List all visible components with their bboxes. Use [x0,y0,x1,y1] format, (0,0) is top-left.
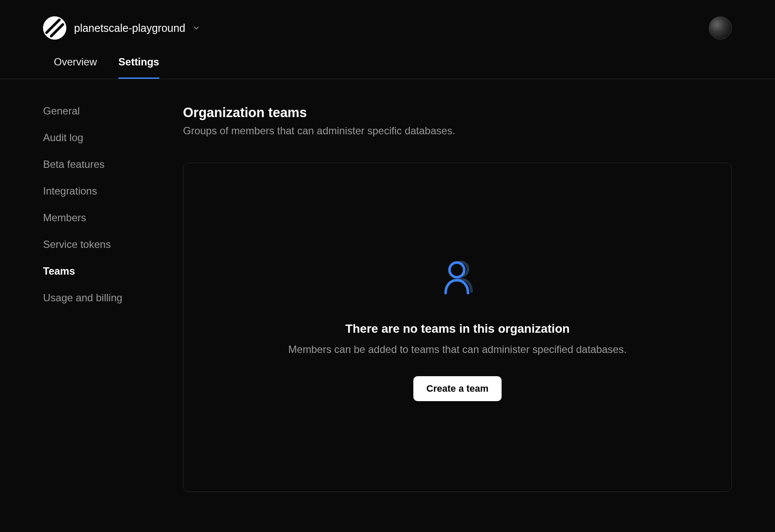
team-icon [436,254,479,298]
svg-point-2 [450,263,464,277]
org-name: planetscale-playground [74,22,186,34]
tabs: Overview Settings [0,40,775,79]
main: Organization teams Groups of members tha… [183,105,732,492]
org-selector[interactable]: planetscale-playground [74,22,200,34]
avatar[interactable] [709,16,732,40]
sidebar: General Audit log Beta features Integrat… [43,105,157,492]
tab-settings[interactable]: Settings [118,56,159,79]
empty-state-subtitle: Members can be added to teams that can a… [288,343,627,356]
sidebar-item-integrations[interactable]: Integrations [43,185,157,197]
logo-icon[interactable] [43,16,66,40]
create-team-button[interactable]: Create a team [413,376,501,401]
empty-state-title: There are no teams in this organization [345,322,570,336]
sidebar-item-service-tokens[interactable]: Service tokens [43,238,157,251]
sidebar-item-members[interactable]: Members [43,212,157,224]
tab-overview[interactable]: Overview [54,56,97,79]
sidebar-item-audit-log[interactable]: Audit log [43,132,157,144]
page-subtitle: Groups of members that can administer sp… [183,125,732,137]
content: General Audit log Beta features Integrat… [0,79,775,492]
header: planetscale-playground [0,0,775,40]
svg-point-0 [43,16,66,40]
header-left: planetscale-playground [43,16,200,40]
empty-state-card: There are no teams in this organization … [183,163,732,492]
chevron-down-icon [192,24,200,32]
page-title: Organization teams [183,105,732,121]
sidebar-item-teams[interactable]: Teams [43,265,157,277]
sidebar-item-beta-features[interactable]: Beta features [43,158,157,170]
sidebar-item-usage-billing[interactable]: Usage and billing [43,292,157,304]
sidebar-item-general[interactable]: General [43,105,157,117]
